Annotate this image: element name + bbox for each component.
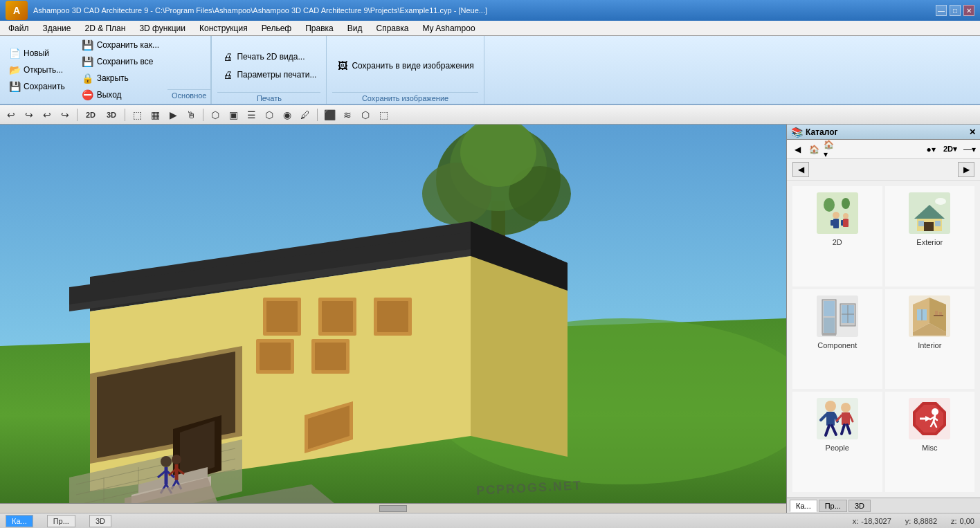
toolbar-square[interactable]: ⬚ — [375, 107, 392, 122]
viewport-3d[interactable]: PCPROGS.NET — [0, 125, 786, 513]
status-z-label: z: — [951, 517, 957, 525]
toolbar-shape1[interactable]: ⬡ — [207, 107, 224, 122]
toolbar-redo[interactable]: ↪ — [21, 107, 37, 122]
catalog-btn-2d-dropdown[interactable]: 2D▾ — [940, 142, 961, 157]
toolbar-grid[interactable]: ▦ — [147, 107, 163, 122]
print-params-icon: 🖨 — [221, 69, 234, 81]
minimize-button[interactable]: — — [936, 5, 947, 16]
svg-rect-97 — [842, 412, 850, 425]
ribbon-btn-close[interactable]: 🔒 Закрыть — [78, 71, 163, 86]
catalog-item-people[interactable]: People — [792, 392, 882, 492]
catalog-tab-project[interactable]: Пр... — [819, 500, 847, 512]
catalog-nav-next[interactable]: ▶ — [958, 162, 974, 177]
ribbon-section-basic-label: Основное — [172, 91, 206, 100]
catalog-btn-back[interactable]: ◀ — [790, 142, 805, 157]
ribbon-btn-save[interactable]: 💾 Сохранить — [4, 79, 69, 94]
menu-building[interactable]: Здание — [36, 22, 78, 35]
ribbon-btn-exit[interactable]: ⛔ Выход — [78, 87, 163, 102]
app-logo: A — [6, 1, 28, 20]
toolbar-2d-btn[interactable]: 2D — [81, 107, 100, 122]
menu-construction[interactable]: Конструкция — [192, 22, 255, 35]
catalog-tab-3d[interactable]: 3D — [849, 500, 871, 512]
catalog-tab-catalog[interactable]: Ка... — [790, 500, 817, 512]
svg-rect-18 — [266, 301, 298, 332]
ribbon-btn-print-2d[interactable]: 🖨 Печать 2D вида... — [217, 49, 320, 64]
toolbar-shape3[interactable]: ☰ — [243, 107, 260, 122]
ribbon-btn-new[interactable]: 📄 Новый — [4, 46, 69, 61]
catalog-btn-home[interactable]: 🏠 — [806, 142, 822, 157]
menu-myashampoo[interactable]: My Ashampoo — [416, 22, 482, 35]
toolbar-view[interactable]: ▶ — [165, 107, 181, 122]
status-x-label: x: — [853, 517, 859, 525]
status-x-value: -18,3027 — [861, 517, 891, 525]
toolbar-fill[interactable]: ⬛ — [321, 107, 338, 122]
svg-point-70 — [935, 198, 946, 205]
ribbon-section-basic: 📄 Новый 📂 Открыть... 💾 Сохранить 💾 Сохра… — [0, 36, 211, 104]
status-z-value: 0,00 — [960, 517, 974, 525]
catalog-icon: 📚 — [791, 127, 803, 138]
menu-view[interactable]: Вид — [341, 22, 370, 35]
svg-rect-74 — [824, 318, 835, 333]
catalog-item-2d[interactable]: 2D — [792, 186, 882, 286]
catalog-tabs: Ка... Пр... 3D — [787, 498, 980, 513]
window-controls[interactable]: — □ ✕ — [936, 5, 974, 16]
toolbar-3d-btn[interactable]: 3D — [102, 107, 121, 122]
status-tab-project[interactable]: Пр... — [47, 515, 75, 527]
catalog-title-text: Каталог — [806, 127, 838, 137]
toolbar-select[interactable]: ⬚ — [129, 107, 145, 122]
ribbon-btn-print-params[interactable]: 🖨 Параметры печати... — [217, 67, 320, 82]
menu-3d-functions[interactable]: 3D функции — [132, 22, 192, 35]
svg-rect-91 — [826, 412, 835, 426]
ribbon-btn-save-all[interactable]: 💾 Сохранить все — [78, 54, 163, 69]
catalog-grid: 2D Exterior — [787, 181, 980, 498]
catalog-item-exterior[interactable]: Exterior — [885, 186, 975, 286]
toolbar-circle[interactable]: ◉ — [279, 107, 296, 122]
toolbar-hex[interactable]: ⬡ — [357, 107, 374, 122]
ribbon-btn-open[interactable]: 📂 Открыть... — [4, 62, 69, 78]
toolbar-redo2[interactable]: ↪ — [57, 107, 73, 122]
toolbar-sep-2 — [125, 109, 125, 121]
ribbon-btn-save-image[interactable]: 🖼 Сохранить в виде изображения — [332, 58, 478, 73]
catalog-header: 📚 Каталог ✕ — [787, 125, 980, 140]
catalog-item-people-label: People — [826, 444, 849, 452]
ribbon-btn-save-as[interactable]: 💾 Сохранить как... — [78, 37, 163, 53]
toolbar-undo[interactable]: ↩ — [3, 107, 19, 122]
svg-rect-22 — [377, 301, 408, 332]
toolbar-undo2[interactable]: ↩ — [39, 107, 55, 122]
toolbar-shape2[interactable]: ▣ — [225, 107, 242, 122]
svg-marker-14 — [471, 256, 568, 457]
scroll-handle[interactable] — [379, 505, 407, 512]
catalog-item-misc[interactable]: Misc — [885, 392, 975, 492]
home-dropdown-icon: 🏠▾ — [824, 140, 837, 159]
close-button[interactable]: ✕ — [963, 5, 974, 16]
toolbar-pointer[interactable]: 🖱 — [183, 107, 199, 122]
catalog-item-component[interactable]: Component — [792, 289, 882, 390]
toolbar-lines[interactable]: ≋ — [339, 107, 356, 122]
toolbar-shape4[interactable]: ⬡ — [261, 107, 278, 122]
svg-point-90 — [825, 401, 836, 412]
catalog-btn-sort-dropdown[interactable]: —▾ — [962, 142, 977, 157]
status-tab-catalog[interactable]: Ка... — [6, 515, 33, 527]
svg-rect-63 — [843, 219, 849, 227]
svg-point-57 — [842, 198, 850, 209]
menu-edit[interactable]: Правка — [298, 22, 341, 35]
title-bar: A Ashampoo 3D CAD Architecture 9 - C:\Pr… — [0, 0, 980, 21]
catalog-nav-prev[interactable]: ◀ — [792, 162, 809, 177]
svg-point-39 — [161, 456, 172, 467]
menu-file[interactable]: Файл — [1, 22, 36, 35]
svg-point-56 — [824, 198, 835, 212]
toolbar-pen[interactable]: 🖊 — [297, 107, 314, 122]
catalog-header-close[interactable]: ✕ — [969, 127, 976, 137]
catalog-item-interior[interactable]: Interior — [885, 289, 975, 390]
status-tab-3d[interactable]: 3D — [89, 515, 111, 527]
menu-2d-plan[interactable]: 2D & План — [78, 22, 132, 35]
menu-help[interactable]: Справка — [369, 22, 415, 35]
catalog-btn-home-dropdown[interactable]: 🏠▾ — [823, 142, 838, 157]
maximize-button[interactable]: □ — [950, 5, 961, 16]
catalog-btn-dot-dropdown[interactable]: ●▾ — [923, 142, 938, 157]
menu-relief[interactable]: Рельеф — [255, 22, 299, 35]
catalog-icon-people — [815, 397, 860, 441]
viewport-scrollbar-horizontal[interactable] — [0, 503, 786, 513]
svg-point-58 — [833, 212, 840, 219]
svg-rect-26 — [315, 343, 346, 370]
